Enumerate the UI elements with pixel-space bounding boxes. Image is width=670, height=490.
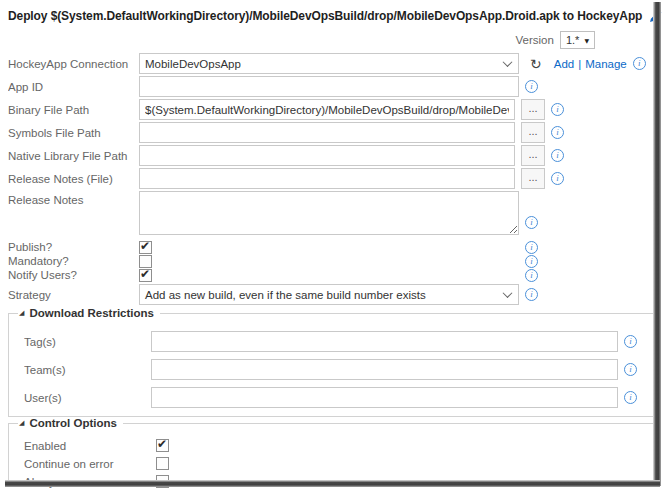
- form-row-release-notes-file: Release Notes (File) ... i: [0, 168, 670, 189]
- form-row-native-library-file-path: Native Library File Path ... i: [0, 145, 670, 166]
- version-select[interactable]: 1.* ▼: [560, 31, 595, 49]
- chevron-down-icon: [503, 57, 513, 67]
- form-row-notify-users: Notify Users? i: [0, 269, 670, 281]
- info-icon[interactable]: i: [633, 57, 646, 70]
- connection-selected-value: MobileDevOpsApp: [145, 58, 241, 70]
- manage-connections-link[interactable]: Manage: [585, 58, 627, 70]
- strategy-selected-value: Add as new build, even if the same build…: [145, 289, 426, 301]
- symbols-file-path-input[interactable]: [139, 122, 515, 143]
- info-icon[interactable]: i: [624, 391, 637, 404]
- form-row-tags: Tag(s) i: [24, 331, 653, 352]
- teams-input[interactable]: [151, 359, 618, 380]
- publish-label: Publish?: [8, 241, 139, 253]
- version-row: Version 1.* ▼: [0, 31, 670, 49]
- info-icon[interactable]: i: [525, 241, 538, 254]
- form-row-connection: HockeyApp Connection MobileDevOpsApp ↻ A…: [0, 53, 670, 74]
- info-icon[interactable]: i: [525, 216, 538, 229]
- task-configuration-panel: Deploy $(System.DefaultWorkingDirectory)…: [0, 0, 670, 490]
- info-icon[interactable]: i: [551, 149, 564, 162]
- form-row-publish: Publish? i: [0, 241, 670, 253]
- info-icon[interactable]: i: [551, 103, 564, 116]
- control-options-section: ◢ Control Options Enabled Continue on er…: [8, 417, 654, 487]
- info-icon[interactable]: i: [525, 288, 538, 301]
- screenshot-shadow-bottom: [5, 480, 660, 487]
- release-notes-file-input[interactable]: [139, 168, 515, 189]
- download-restrictions-section: ◢ Download Restrictions Tag(s) i Team(s)…: [8, 307, 654, 417]
- link-separator: |: [578, 58, 581, 70]
- form-row-teams: Team(s) i: [24, 359, 653, 380]
- form-row-strategy: Strategy Add as new build, even if the s…: [0, 284, 670, 305]
- binary-file-path-label: Binary File Path: [8, 104, 139, 116]
- form-row-enabled: Enabled: [24, 439, 653, 452]
- info-icon[interactable]: i: [624, 335, 637, 348]
- refresh-icon[interactable]: ↻: [530, 57, 542, 71]
- enabled-checkbox[interactable]: [156, 439, 169, 452]
- continue-on-error-checkbox[interactable]: [156, 457, 169, 470]
- continue-on-error-label: Continue on error: [24, 458, 156, 470]
- native-library-file-path-label: Native Library File Path: [8, 150, 139, 162]
- browse-button[interactable]: ...: [521, 168, 545, 189]
- form-row-continue-on-error: Continue on error: [24, 457, 653, 470]
- form-row-mandatory: Mandatory? i: [0, 255, 670, 267]
- browse-button[interactable]: ...: [521, 99, 545, 120]
- teams-label: Team(s): [24, 364, 151, 376]
- info-icon[interactable]: i: [551, 172, 564, 185]
- info-icon[interactable]: i: [551, 126, 564, 139]
- info-icon[interactable]: i: [525, 80, 538, 93]
- info-icon[interactable]: i: [525, 269, 538, 282]
- connection-select[interactable]: MobileDevOpsApp: [139, 53, 519, 74]
- version-label: Version: [516, 34, 554, 46]
- release-notes-label: Release Notes: [8, 191, 139, 206]
- form-row-symbols-file-path: Symbols File Path ... i: [0, 122, 670, 143]
- release-notes-textarea[interactable]: [139, 191, 519, 235]
- download-restrictions-header[interactable]: ◢ Download Restrictions: [18, 307, 160, 319]
- section-expand-icon: ◢: [19, 419, 24, 427]
- browse-button[interactable]: ...: [521, 122, 545, 143]
- form-row-release-notes: Release Notes i: [0, 191, 670, 237]
- chevron-down-icon: [503, 288, 513, 298]
- tags-input[interactable]: [151, 331, 618, 352]
- app-id-label: App ID: [8, 81, 139, 93]
- symbols-file-path-label: Symbols File Path: [8, 127, 139, 139]
- tags-label: Tag(s): [24, 336, 151, 348]
- add-connection-link[interactable]: Add: [554, 58, 574, 70]
- caret-down-icon: ▼: [584, 37, 589, 44]
- notify-users-label: Notify Users?: [8, 269, 139, 281]
- mandatory-label: Mandatory?: [8, 255, 139, 267]
- section-expand-icon: ◢: [19, 309, 24, 317]
- screenshot-shadow-right: [653, 2, 661, 486]
- task-title-row: Deploy $(System.DefaultWorkingDirectory)…: [0, 0, 670, 23]
- notify-users-checkbox[interactable]: [139, 269, 152, 282]
- release-notes-file-label: Release Notes (File): [8, 173, 139, 185]
- page-title: Deploy $(System.DefaultWorkingDirectory)…: [8, 9, 642, 23]
- info-icon[interactable]: i: [525, 255, 538, 268]
- task-form: HockeyApp Connection MobileDevOpsApp ↻ A…: [0, 53, 670, 487]
- browse-button[interactable]: ...: [521, 145, 545, 166]
- form-row-app-id: App ID i: [0, 76, 670, 97]
- binary-file-path-input[interactable]: [139, 99, 515, 120]
- enabled-label: Enabled: [24, 440, 156, 452]
- control-options-header[interactable]: ◢ Control Options: [18, 417, 123, 429]
- app-id-input[interactable]: [139, 76, 519, 97]
- native-library-file-path-input[interactable]: [139, 145, 515, 166]
- strategy-select[interactable]: Add as new build, even if the same build…: [139, 284, 519, 305]
- form-row-binary-file-path: Binary File Path ... i: [0, 99, 670, 120]
- connection-label: HockeyApp Connection: [8, 58, 139, 70]
- users-label: User(s): [24, 392, 151, 404]
- form-row-users: User(s) i: [24, 387, 653, 408]
- download-restrictions-title: Download Restrictions: [29, 307, 154, 319]
- strategy-label: Strategy: [8, 289, 139, 301]
- users-input[interactable]: [151, 387, 618, 408]
- info-icon[interactable]: i: [624, 363, 637, 376]
- publish-checkbox[interactable]: [139, 241, 152, 254]
- version-value: 1.*: [566, 34, 579, 46]
- control-options-title: Control Options: [29, 417, 117, 429]
